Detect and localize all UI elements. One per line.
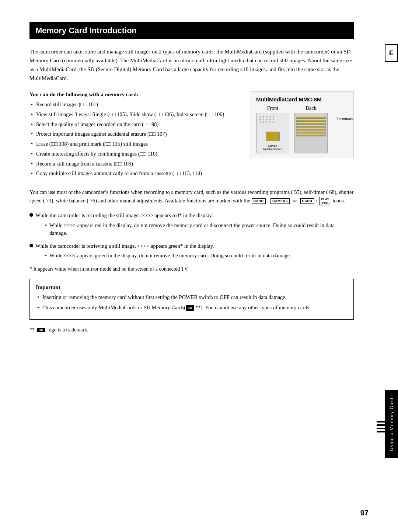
body-paragraph-1: You can use most of the camcorder’s func… bbox=[29, 188, 354, 205]
circle-bullet-1 bbox=[29, 213, 33, 217]
sub-bullet-item: While <<<< appears green in the display,… bbox=[44, 252, 291, 260]
side-tab-e: E bbox=[385, 44, 398, 62]
side-line-2 bbox=[377, 424, 385, 426]
card-box-title: MultiMediaCard MMC-8M bbox=[256, 96, 348, 102]
side-line-4 bbox=[377, 431, 385, 432]
dot bbox=[259, 119, 261, 120]
terminal-2 bbox=[296, 120, 326, 122]
feature-list: Record still images (□□ 101) View still … bbox=[29, 101, 240, 178]
terminal-1 bbox=[296, 117, 326, 119]
list-item: Select the quality of images recorded on… bbox=[29, 121, 240, 129]
card-front-canon-logo: CanonMultiMediaCard bbox=[263, 144, 282, 151]
card-info-box: MultiMediaCard MMC-8M Front bbox=[251, 91, 354, 158]
dot bbox=[269, 119, 271, 120]
important-list: Inserting or removing the memory card wi… bbox=[36, 293, 348, 312]
terminal-7 bbox=[296, 135, 326, 136]
side-tab-memory-label: Using a Memory Card bbox=[389, 397, 394, 451]
page-number: 97 bbox=[360, 509, 369, 517]
trademark-text: ** bbox=[29, 327, 35, 333]
list-item: Create interesting effects by combining … bbox=[29, 150, 240, 158]
card-back-label: Back bbox=[294, 105, 328, 111]
card-front-label: Front bbox=[256, 105, 289, 111]
sub-bullet-list-2: While <<<< appears green in the display,… bbox=[44, 252, 291, 260]
plus-sign-1: + bbox=[267, 198, 269, 204]
side-lines-decoration bbox=[377, 417, 385, 436]
dot bbox=[263, 121, 264, 123]
main-bullet-text-2: While the camcorder is retrieving a stil… bbox=[35, 243, 214, 249]
body-text-after-badges: icons. bbox=[332, 198, 345, 204]
section-heading: Memory Card Introduction bbox=[29, 22, 354, 39]
terminals-label: Terminals bbox=[336, 117, 353, 121]
main-bullet-text-1: While the camcorder is recording the sti… bbox=[35, 212, 213, 218]
dot bbox=[259, 121, 261, 123]
dot bbox=[263, 119, 264, 120]
card-chip bbox=[266, 132, 280, 141]
play-label: PLAY bbox=[321, 198, 329, 201]
vcr-label: (VCR) bbox=[321, 201, 330, 205]
main-bullet-content-1: While the camcorder is recording the sti… bbox=[35, 211, 354, 239]
list-item: View still images 3 ways: Single (□□ 105… bbox=[29, 111, 240, 119]
two-col-section: You can do the following with a memory c… bbox=[29, 91, 354, 181]
side-line-1 bbox=[377, 421, 385, 423]
heading-text: Memory Card Introduction bbox=[35, 26, 137, 35]
card-back-image bbox=[294, 113, 328, 153]
terminal-3 bbox=[296, 123, 326, 125]
card-front-back: Front bbox=[256, 105, 348, 153]
trademark-text-2: logo is a trademark. bbox=[48, 327, 88, 333]
page-wrapper: E Using a Memory Card Memory Card Introd… bbox=[0, 0, 398, 532]
dot bbox=[273, 116, 274, 118]
sd-logo: SD bbox=[186, 305, 194, 311]
sd-logo-trademark: SD bbox=[37, 328, 45, 332]
main-bullet-content-2: While the camcorder is retrieving a stil… bbox=[35, 242, 291, 261]
left-column: You can do the following with a memory c… bbox=[29, 91, 240, 181]
right-column: MultiMediaCard MMC-8M Front bbox=[251, 91, 354, 158]
list-item: Protect important images against acciden… bbox=[29, 130, 240, 138]
list-item: Record a still image from a cassette (□□… bbox=[29, 160, 240, 168]
list-item: Erase (□□ 108) and print mark (□□ 115) s… bbox=[29, 140, 240, 148]
dot bbox=[269, 116, 271, 118]
important-box: Important Inserting or removing the memo… bbox=[29, 279, 354, 320]
dot bbox=[273, 119, 274, 120]
main-bullet-item-1: While the camcorder is recording the sti… bbox=[29, 211, 354, 239]
dot bbox=[273, 121, 274, 123]
or-text: or bbox=[293, 198, 297, 204]
sub-bullet-item: While >>>> appears red in the display, d… bbox=[44, 222, 354, 238]
play-vcr-badge: PLAY(VCR) bbox=[319, 197, 331, 205]
list-item: Copy multiple still images automatically… bbox=[29, 170, 240, 178]
main-bullet-item-2: While the camcorder is retrieving a stil… bbox=[29, 242, 354, 261]
card-front-image: CanonMultiMediaCard bbox=[256, 113, 289, 153]
circle-bullet-2 bbox=[29, 244, 33, 247]
important-title: Important bbox=[36, 284, 348, 291]
intro-paragraph: The camcorder can take, store and manage… bbox=[29, 47, 354, 83]
terminal-5 bbox=[296, 129, 326, 131]
dot bbox=[259, 116, 261, 118]
side-line-3 bbox=[377, 428, 385, 429]
terminal-6 bbox=[296, 132, 326, 133]
dot bbox=[266, 119, 268, 120]
dot bbox=[266, 116, 268, 118]
main-content: Memory Card Introduction The camcorder c… bbox=[29, 22, 354, 333]
asterisk-note: * It appears white when in mirror mode a… bbox=[29, 265, 354, 273]
card-badge-2: CARD bbox=[300, 198, 314, 204]
card-back-section: Back bbox=[294, 105, 328, 153]
important-item-2: This camcorder uses only MultiMediaCards… bbox=[36, 304, 348, 312]
subsection-title: You can do the following with a memory c… bbox=[29, 91, 240, 98]
plus-sign-2: + bbox=[315, 198, 318, 204]
important-item-1: Inserting or removing the memory card wi… bbox=[36, 293, 348, 302]
trademark-note: ** SD logo is a trademark. bbox=[29, 327, 354, 333]
side-tab-label: E bbox=[389, 49, 394, 57]
dot bbox=[266, 121, 268, 123]
camera-badge: CAMERA bbox=[270, 198, 290, 204]
dot bbox=[263, 116, 264, 118]
terminal-strips bbox=[296, 117, 326, 136]
card-badge-1: CARD bbox=[252, 198, 266, 204]
dot bbox=[269, 121, 271, 123]
card-dots bbox=[259, 116, 275, 123]
side-tab-memory: Using a Memory Card bbox=[385, 390, 398, 458]
sub-bullet-list-1: While >>>> appears red in the display, d… bbox=[44, 222, 354, 238]
card-front-section: Front bbox=[256, 105, 289, 153]
list-item: Record still images (□□ 101) bbox=[29, 101, 240, 109]
terminal-4 bbox=[296, 126, 326, 128]
